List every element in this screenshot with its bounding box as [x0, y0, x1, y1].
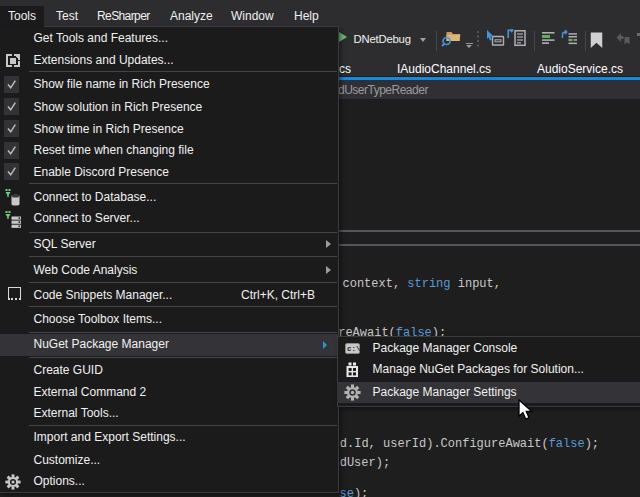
svg-text:c:\: c:\ [347, 345, 360, 353]
